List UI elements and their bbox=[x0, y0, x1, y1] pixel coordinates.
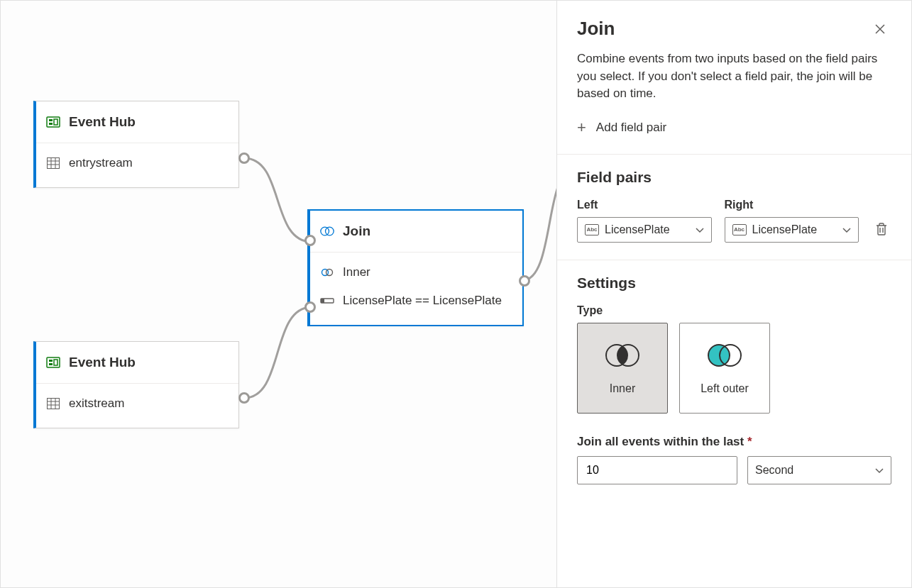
canvas[interactable]: Event Hub entrystream Event Hub bbox=[1, 1, 556, 587]
join-window-row: Second bbox=[577, 456, 891, 484]
port-input[interactable] bbox=[304, 235, 316, 246]
join-window-unit-dropdown[interactable]: Second bbox=[747, 456, 891, 484]
type-option-left-outer[interactable]: Left outer bbox=[679, 323, 770, 414]
chevron-down-icon bbox=[842, 223, 851, 236]
chevron-down-icon bbox=[875, 464, 884, 477]
app-frame: Event Hub entrystream Event Hub bbox=[0, 0, 912, 588]
string-type-icon: Abc bbox=[732, 224, 747, 235]
add-field-pair-label: Add field pair bbox=[596, 121, 666, 135]
edges-layer bbox=[1, 1, 556, 587]
left-field-dropdown[interactable]: Abc LicensePlate bbox=[577, 217, 712, 243]
close-icon bbox=[875, 24, 885, 34]
panel-title: Join bbox=[577, 18, 615, 40]
divider bbox=[557, 260, 911, 260]
add-field-pair-button[interactable]: + Add field pair bbox=[577, 118, 666, 137]
type-option-inner[interactable]: Inner bbox=[577, 323, 668, 414]
left-label: Left bbox=[577, 199, 712, 211]
type-label: Type bbox=[577, 304, 891, 317]
port-input[interactable] bbox=[304, 301, 316, 313]
panel-description: Combine events from two inputs based on … bbox=[577, 50, 891, 103]
join-window-unit-value: Second bbox=[755, 464, 793, 477]
properties-panel: Join Combine events from two inputs base… bbox=[556, 1, 911, 587]
plus-icon: + bbox=[577, 118, 586, 137]
delete-pair-button[interactable] bbox=[872, 216, 891, 243]
required-asterisk: * bbox=[747, 435, 752, 448]
right-field-value: LicensePlate bbox=[752, 223, 818, 236]
port-output[interactable] bbox=[238, 392, 250, 404]
port-output[interactable] bbox=[238, 152, 250, 164]
right-field-dropdown[interactable]: Abc LicensePlate bbox=[725, 217, 859, 243]
left-field-value: LicensePlate bbox=[605, 223, 670, 236]
type-options: Inner Left outer bbox=[577, 323, 891, 414]
port-output[interactable] bbox=[519, 275, 530, 287]
divider bbox=[557, 154, 911, 155]
field-pairs-title: Field pairs bbox=[577, 169, 891, 186]
right-column: Right Abc LicensePlate bbox=[725, 199, 859, 243]
join-window-label: Join all events within the last * bbox=[577, 435, 891, 449]
trash-icon bbox=[875, 222, 888, 236]
left-column: Left Abc LicensePlate bbox=[577, 199, 712, 243]
right-label: Right bbox=[725, 199, 859, 211]
settings-title: Settings bbox=[577, 274, 891, 292]
chevron-down-icon bbox=[696, 223, 704, 236]
string-type-icon: Abc bbox=[585, 224, 599, 235]
type-option-label: Left outer bbox=[701, 382, 749, 395]
field-pair-row: Left Abc LicensePlate Right Abc Lic bbox=[577, 199, 891, 243]
type-option-label: Inner bbox=[610, 382, 635, 395]
close-button[interactable] bbox=[869, 18, 891, 40]
venn-left-outer-icon bbox=[703, 341, 746, 372]
venn-inner-icon bbox=[601, 341, 644, 372]
join-window-value-input[interactable] bbox=[577, 456, 737, 484]
panel-header: Join bbox=[577, 18, 891, 40]
